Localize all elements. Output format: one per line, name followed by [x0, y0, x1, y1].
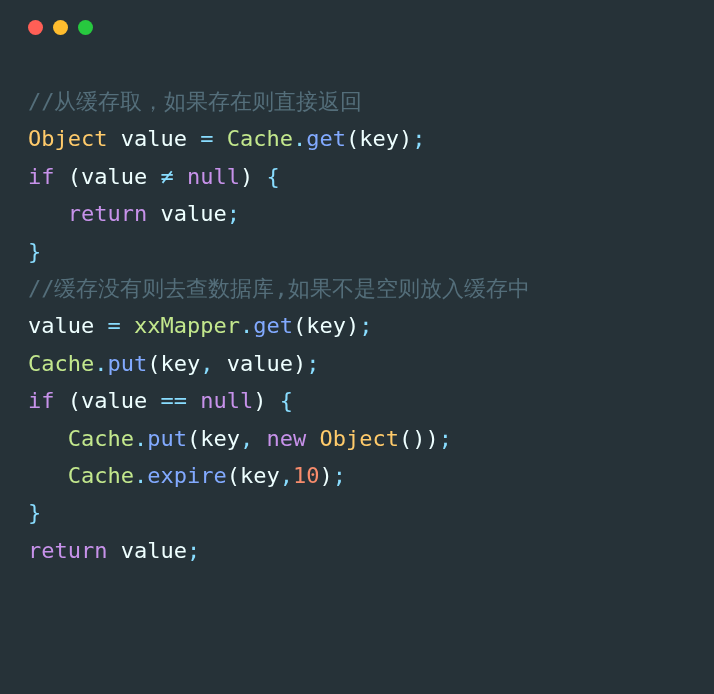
- code-token: value: [121, 538, 187, 563]
- window-traffic-lights: [0, 0, 714, 35]
- code-token: key: [240, 463, 280, 488]
- code-token: ;: [333, 463, 346, 488]
- code-token: =: [200, 126, 213, 151]
- code-token: ;: [439, 426, 452, 451]
- code-token: ,: [200, 351, 213, 376]
- code-token: ): [240, 164, 253, 189]
- code-token: Object: [319, 426, 398, 451]
- code-token: .: [293, 126, 306, 151]
- code-token: if: [28, 164, 55, 189]
- code-token: (: [147, 351, 160, 376]
- code-token: .: [134, 426, 147, 451]
- close-icon[interactable]: [28, 20, 43, 35]
- code-token: .: [134, 463, 147, 488]
- code-comment: //从缓存取，如果存在则直接返回: [28, 89, 363, 114]
- code-token: ): [412, 426, 425, 451]
- code-token: value: [160, 201, 226, 226]
- code-token: value: [227, 351, 293, 376]
- code-token: ): [425, 426, 438, 451]
- code-editor[interactable]: //从缓存取，如果存在则直接返回 Object value = Cache.ge…: [0, 35, 714, 589]
- code-token: ==: [160, 388, 187, 413]
- code-token: (: [68, 164, 81, 189]
- code-token: null: [187, 164, 240, 189]
- code-token: xxMapper: [134, 313, 240, 338]
- code-token: {: [266, 164, 279, 189]
- code-token: (: [293, 313, 306, 338]
- code-token: ): [293, 351, 306, 376]
- code-token: expire: [147, 463, 226, 488]
- code-token: key: [160, 351, 200, 376]
- code-token: ;: [187, 538, 200, 563]
- code-token: value: [81, 388, 147, 413]
- code-token: Cache: [68, 463, 134, 488]
- code-token: (: [68, 388, 81, 413]
- code-token: null: [200, 388, 253, 413]
- code-token: ,: [280, 463, 293, 488]
- maximize-icon[interactable]: [78, 20, 93, 35]
- code-token: }: [28, 500, 41, 525]
- minimize-icon[interactable]: [53, 20, 68, 35]
- code-token: ): [346, 313, 359, 338]
- code-token: key: [200, 426, 240, 451]
- code-token: ;: [306, 351, 319, 376]
- code-token: put: [107, 351, 147, 376]
- code-token: ;: [227, 201, 240, 226]
- code-token: ;: [359, 313, 372, 338]
- code-token: ,: [240, 426, 253, 451]
- code-token: Object: [28, 126, 107, 151]
- code-token: .: [240, 313, 253, 338]
- code-token: Cache: [28, 351, 94, 376]
- code-token: new: [266, 426, 306, 451]
- code-token: (: [187, 426, 200, 451]
- code-token: Cache: [68, 426, 134, 451]
- code-token: key: [359, 126, 399, 151]
- code-token: }: [28, 239, 41, 264]
- code-token: get: [306, 126, 346, 151]
- code-token: {: [280, 388, 293, 413]
- code-token: value: [28, 313, 94, 338]
- code-token: =: [107, 313, 120, 338]
- code-token: 10: [293, 463, 320, 488]
- code-token: .: [94, 351, 107, 376]
- code-token: (: [346, 126, 359, 151]
- code-token: put: [147, 426, 187, 451]
- code-token: value: [81, 164, 147, 189]
- code-token: ): [399, 126, 412, 151]
- code-token: (: [227, 463, 240, 488]
- code-token: get: [253, 313, 293, 338]
- code-token: ;: [412, 126, 425, 151]
- code-token: return: [68, 201, 147, 226]
- code-token: Cache: [227, 126, 293, 151]
- code-token: ): [319, 463, 332, 488]
- code-token: ≠: [160, 164, 173, 189]
- code-token: key: [306, 313, 346, 338]
- code-token: return: [28, 538, 107, 563]
- code-token: value: [121, 126, 187, 151]
- code-token: ): [253, 388, 266, 413]
- code-token: if: [28, 388, 55, 413]
- code-comment: //缓存没有则去查数据库,如果不是空则放入缓存中: [28, 276, 530, 301]
- code-token: (: [399, 426, 412, 451]
